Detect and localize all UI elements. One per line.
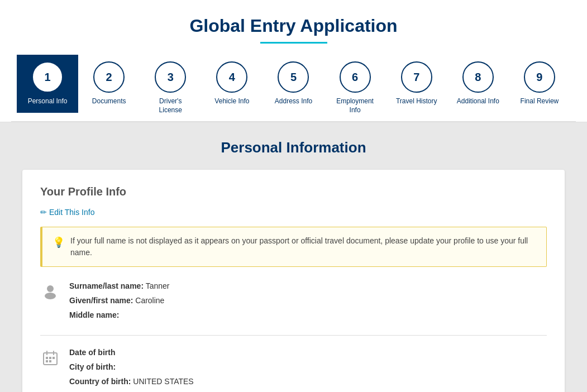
site-header: Global Entry Application 1 Personal Info… <box>0 0 587 122</box>
step-7[interactable]: 7 Travel History <box>386 55 447 113</box>
svg-point-1 <box>45 293 56 299</box>
middle-row: Middle name: <box>69 309 547 321</box>
given-value: Caroline <box>135 296 164 305</box>
step-5-label: Address Info <box>275 97 312 113</box>
surname-value: Tanner <box>146 281 170 290</box>
step-3-circle[interactable]: 3 <box>155 61 186 93</box>
site-title: Global Entry Application <box>11 16 576 36</box>
step-9-label: Final Review <box>521 97 559 113</box>
step-4[interactable]: 4 Vehicle Info <box>201 55 263 113</box>
alert-text: If your full name is not displayed as it… <box>70 235 536 259</box>
given-row: Given/first name: Caroline <box>69 295 547 307</box>
step-6-circle[interactable]: 6 <box>340 61 371 93</box>
main-content: Personal Information Your Profile Info ✏… <box>0 122 587 392</box>
country-label: Country of birth: <box>69 377 131 386</box>
stepper-container: 1 Personal Info 2 Documents 3 Driver's L… <box>11 44 576 122</box>
svg-rect-6 <box>46 360 48 362</box>
stepper: 1 Personal Info 2 Documents 3 Driver's L… <box>17 55 570 121</box>
edit-link-label: Edit This Info <box>49 208 94 217</box>
svg-rect-7 <box>49 360 51 362</box>
dob-row: Date of birth <box>69 347 547 358</box>
calendar-icon <box>40 348 60 368</box>
step-7-label: Travel History <box>396 97 437 113</box>
name-section: Surname/last name: Tanner Given/first na… <box>40 280 547 324</box>
step-3-label: Driver's License <box>148 97 193 121</box>
edit-info-link[interactable]: ✏ Edit This Info <box>40 208 94 217</box>
step-5[interactable]: 5 Address Info <box>263 55 324 113</box>
step-4-circle[interactable]: 4 <box>216 61 247 93</box>
svg-rect-5 <box>53 357 55 359</box>
svg-point-0 <box>47 285 54 292</box>
step-6[interactable]: 6 Employment Info <box>324 55 386 121</box>
section-divider <box>40 335 547 336</box>
person-icon <box>40 281 60 302</box>
name-fields: Surname/last name: Tanner Given/first na… <box>69 280 547 324</box>
step-1[interactable]: 1 Personal Info <box>17 55 78 113</box>
step-3[interactable]: 3 Driver's License <box>140 55 201 121</box>
profile-card: Your Profile Info ✏ Edit This Info 💡 If … <box>22 170 565 392</box>
step-7-circle[interactable]: 7 <box>401 61 432 93</box>
city-label: City of birth: <box>69 362 116 371</box>
birth-fields: Date of birth City of birth: Country of … <box>69 347 547 390</box>
step-1-circle[interactable]: 1 <box>32 61 63 93</box>
step-5-circle[interactable]: 5 <box>278 61 309 93</box>
step-8[interactable]: 8 Additional Info <box>447 55 509 113</box>
page-title: Personal Information <box>22 139 565 156</box>
step-6-label: Employment Info <box>333 97 378 121</box>
card-title: Your Profile Info <box>40 185 547 198</box>
country-row: Country of birth: UNITED STATES <box>69 376 547 388</box>
edit-icon: ✏ <box>40 208 47 217</box>
dob-label: Date of birth <box>69 348 115 357</box>
step-9[interactable]: 9 Final Review <box>509 55 570 113</box>
step-4-label: Vehicle Info <box>214 97 249 113</box>
step-8-circle[interactable]: 8 <box>462 61 494 93</box>
middle-label: Middle name: <box>69 310 119 319</box>
step-2-circle[interactable]: 2 <box>93 61 125 93</box>
birth-section: Date of birth City of birth: Country of … <box>40 347 547 390</box>
surname-label: Surname/last name: <box>69 281 144 290</box>
city-row: City of birth: <box>69 361 547 373</box>
alert-box: 💡 If your full name is not displayed as … <box>40 227 547 267</box>
svg-rect-4 <box>49 357 51 359</box>
alert-icon: 💡 <box>53 236 65 248</box>
step-8-label: Additional Info <box>457 97 499 113</box>
step-2[interactable]: 2 Documents <box>78 55 140 113</box>
svg-rect-3 <box>46 357 48 359</box>
country-value: UNITED STATES <box>133 377 193 386</box>
surname-row: Surname/last name: Tanner <box>69 280 547 292</box>
given-label: Given/first name: <box>69 296 133 305</box>
step-9-circle[interactable]: 9 <box>524 61 555 93</box>
step-1-label: Personal Info <box>28 97 68 113</box>
step-2-label: Documents <box>92 97 126 113</box>
